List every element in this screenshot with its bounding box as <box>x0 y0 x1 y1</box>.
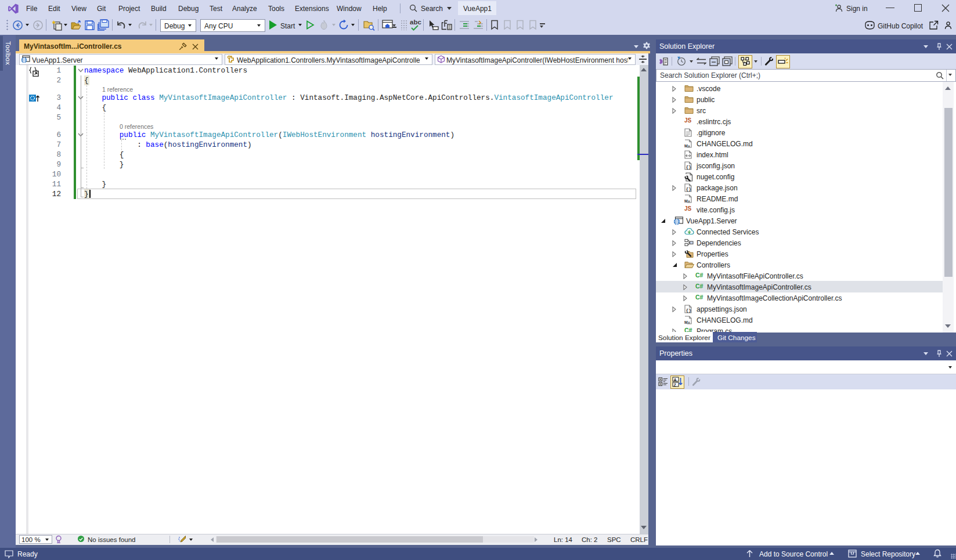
svg-text:{}: {} <box>686 186 692 192</box>
svg-text:Z: Z <box>674 383 677 387</box>
svg-text:{}: {} <box>686 164 692 169</box>
svg-text:M: M <box>684 320 688 324</box>
svg-text:M: M <box>684 144 688 148</box>
svg-text:M: M <box>684 199 688 203</box>
svg-text:A: A <box>674 378 677 382</box>
svg-text:{}: {} <box>686 308 692 313</box>
